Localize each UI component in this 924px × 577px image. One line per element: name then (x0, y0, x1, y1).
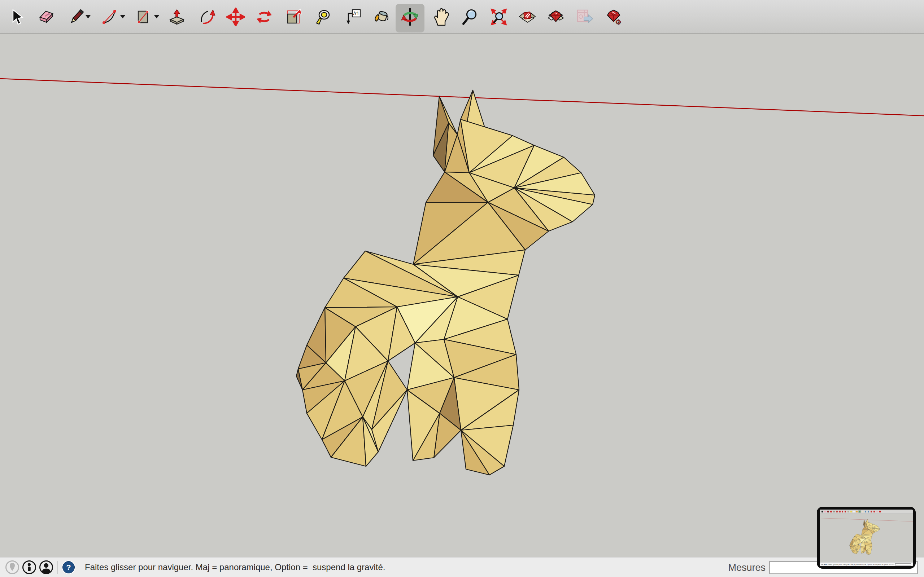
model-canvas[interactable] (0, 34, 924, 557)
scale-tool-button[interactable] (279, 0, 309, 34)
thumbnail-tool-dot-line (827, 511, 829, 513)
status-message: Faites glisser pour naviguer. Maj = pano… (85, 562, 385, 572)
extensions-tool-button[interactable]: ⚙ (598, 0, 629, 34)
follow-me-icon (198, 8, 216, 26)
push-pull-tool-button[interactable] (161, 0, 193, 34)
warehouse-get-icon (518, 7, 537, 27)
zoom-extents-icon (489, 7, 509, 27)
geolocation-icon[interactable] (5, 560, 19, 574)
thumbnail-measurements-box (895, 563, 911, 566)
line-dropdown-arrow-icon[interactable] (86, 15, 90, 18)
share-model-tool-button[interactable] (541, 0, 570, 34)
rectangle-icon (135, 8, 153, 26)
thumbnail-tool-dot-push-pull (836, 511, 838, 513)
account-icon[interactable] (39, 560, 53, 574)
thumbnail-tool-dot-extensions (879, 511, 881, 513)
zoom-icon (460, 8, 479, 26)
thumbnail-tool-dot-get-models (871, 511, 872, 513)
tape-measure-icon (314, 8, 333, 26)
thumbnail-tool-dot-pan (862, 511, 864, 513)
orbit-tool-button[interactable] (395, 0, 425, 34)
zoom-tool-button[interactable] (456, 0, 485, 34)
paint-bucket-tool-button[interactable] (368, 0, 395, 34)
eraser-tool-button[interactable]: pink (32, 0, 61, 34)
thumbnail-tool-dot-scale (848, 511, 849, 513)
follow-me-tool-button[interactable] (193, 0, 221, 34)
thumbnail-statusbar-dot (822, 564, 822, 565)
select-tool-button[interactable] (2, 0, 32, 34)
tape-measure-tool-button[interactable] (309, 0, 338, 34)
rotate-icon (255, 8, 274, 26)
paint-bucket-icon (372, 8, 391, 26)
thumbnail-model-canvas (820, 514, 913, 562)
thumbnail-tool-dot-rotate (845, 511, 846, 513)
thumbnail-tool-dot-send-to-layout (876, 511, 878, 513)
thumbnail-tool-dot-select (822, 511, 823, 513)
orbit-icon (400, 7, 420, 27)
thumbnail-tool-dot-zoom (865, 511, 867, 513)
text-tool-button[interactable]: A1 (338, 0, 368, 34)
send-to-layout-tool-button[interactable] (570, 0, 598, 34)
text-tool-glyph: A1 (353, 11, 360, 16)
move-icon (226, 8, 245, 26)
thumbnail-tool-dot-zoom-extents (868, 511, 869, 513)
arc-tool-button[interactable] (92, 0, 127, 34)
screen-mirror-thumbnail[interactable]: Faites glisser pour naviguer. Maj = pano… (817, 507, 916, 569)
shapes-dropdown-arrow-icon[interactable] (154, 15, 159, 18)
rotate-tool-button[interactable] (250, 0, 279, 34)
send-to-layout-icon (575, 7, 594, 27)
push-pull-icon (168, 8, 186, 26)
measurements-label: Mesures (728, 562, 766, 574)
thumbnail-tool-dot-arc (830, 511, 832, 513)
thumbnail-tool-dot-paint-bucket (856, 511, 858, 513)
scale-icon (284, 8, 303, 26)
thumbnail-tool-dot-follow-me (839, 511, 841, 513)
thumbnail-statusbar-dot (824, 564, 825, 565)
warehouse-share-icon (546, 7, 565, 27)
select-arrow-icon (8, 8, 25, 26)
thumbnail-statusbar: Faites glisser pour naviguer. Maj = pano… (820, 562, 913, 566)
get-models-tool-button[interactable] (513, 0, 541, 34)
shapes-tool-button[interactable] (127, 0, 161, 34)
arc-icon (100, 8, 119, 26)
viewport[interactable] (0, 34, 924, 557)
thumbnail-tool-dot-shapes (833, 511, 835, 513)
thumbnail-tool-dot-orbit (859, 511, 861, 513)
thumbnail-viewport (820, 514, 913, 562)
help-icon[interactable]: ? (61, 560, 76, 574)
thumbnail-status-message: Faites glisser pour naviguer. Maj = pano… (828, 563, 888, 566)
red-axis-line (0, 79, 924, 116)
pencil-icon (68, 8, 86, 26)
red-axis-line (820, 518, 913, 521)
thumbnail-help-dot (825, 564, 827, 565)
pan-hand-icon (431, 7, 450, 27)
thumbnail-tool-dot-share-model (874, 511, 875, 513)
thumbnail-measurements-label: Mesures (888, 564, 894, 566)
eraser-icon: pink (37, 8, 55, 26)
zoom-extents-tool-button[interactable] (485, 0, 513, 34)
help-glyph: ? (66, 563, 71, 572)
move-tool-button[interactable] (221, 0, 250, 34)
attribution-icon[interactable] (22, 560, 36, 574)
dog-model (296, 90, 595, 475)
sketchup-window: pink (0, 0, 924, 577)
thumbnail-tool-dot-eraser (824, 511, 826, 513)
thumbnail-toolbar (820, 509, 913, 514)
thumbnail-tool-dot-move (842, 511, 843, 513)
thumbnail-screen: Faites glisser pour naviguer. Maj = pano… (820, 509, 913, 566)
ruby-gear-icon: ⚙ (604, 7, 624, 27)
gear-glyph: ⚙ (615, 18, 621, 26)
line-tool-button[interactable] (61, 0, 92, 34)
thumbnail-tool-dot-text (853, 511, 855, 513)
thumbnail-tool-dot-tape-measure (850, 511, 852, 513)
main-toolbar: pink (0, 0, 924, 34)
statusbar-divider (57, 561, 58, 574)
pan-tool-button[interactable] (425, 0, 456, 34)
arc-dropdown-arrow-icon[interactable] (120, 15, 125, 18)
text-label-icon: A1 (344, 8, 362, 26)
dog-model (850, 519, 880, 554)
